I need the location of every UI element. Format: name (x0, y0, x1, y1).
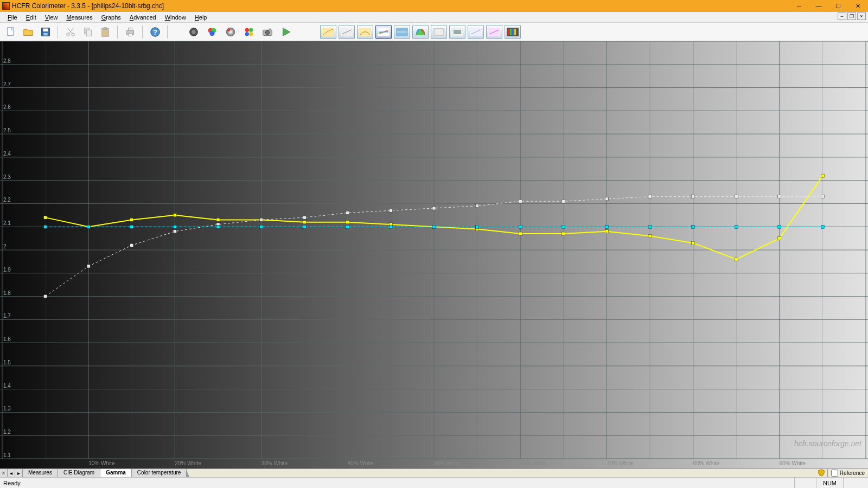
play-icon[interactable] (278, 24, 294, 40)
svg-text:2.8: 2.8 (3, 58, 11, 64)
status-cell-num: NUM (816, 478, 843, 488)
svg-rect-165 (605, 225, 608, 228)
svg-rect-150 (778, 195, 781, 198)
svg-rect-149 (735, 195, 738, 198)
tab-color-temperature[interactable]: Color temperature (132, 469, 187, 477)
window-controls: ↔ — ☐ ✕ (794, 3, 866, 10)
svg-text:1.2: 1.2 (3, 429, 11, 435)
mdi-restore-button[interactable]: ❐ (847, 12, 856, 20)
graph-luminance-button[interactable] (320, 25, 336, 39)
svg-text:1.3: 1.3 (3, 406, 11, 412)
svg-point-20 (226, 27, 235, 36)
save-icon[interactable] (38, 24, 53, 40)
svg-text:?: ? (153, 28, 157, 36)
menu-help[interactable]: Help (190, 13, 212, 22)
sensor-icon[interactable] (186, 24, 202, 40)
document-tabs: × ◂ ▸ MeasuresCIE DiagramGammaColor temp… (0, 468, 868, 477)
copy-icon[interactable] (80, 24, 95, 40)
svg-rect-144 (519, 200, 522, 203)
svg-rect-138 (260, 218, 263, 221)
svg-rect-133 (44, 295, 47, 298)
graph-gamma-button[interactable] (357, 25, 373, 39)
tab-cie-diagram[interactable]: CIE Diagram (58, 469, 100, 477)
app-icon (2, 2, 10, 10)
close-button[interactable]: ✕ (853, 3, 863, 10)
svg-rect-152 (44, 225, 47, 228)
graph-cie-button[interactable] (412, 25, 429, 39)
svg-rect-43 (512, 29, 514, 35)
svg-rect-126 (562, 232, 565, 235)
svg-point-19 (209, 31, 214, 36)
multi-sphere-icon[interactable] (241, 24, 257, 40)
maximize-button[interactable]: ☐ (833, 3, 843, 10)
svg-rect-170 (821, 225, 824, 228)
svg-text:1.9: 1.9 (3, 267, 11, 273)
svg-rect-128 (648, 234, 652, 237)
open-icon[interactable] (21, 24, 36, 40)
minimize-button[interactable]: — (814, 3, 824, 10)
graph-contrast-button[interactable] (431, 25, 447, 39)
graph-gamut-button[interactable] (505, 25, 521, 39)
paste-icon[interactable] (98, 24, 113, 40)
svg-rect-42 (510, 29, 512, 35)
svg-point-24 (245, 32, 249, 36)
rgb-spheres-icon[interactable] (204, 24, 220, 40)
svg-rect-29 (322, 28, 334, 36)
menu-view[interactable]: View (41, 13, 62, 22)
chart-area: 1.11.21.31.41.51.61.71.81.922.12.22.32.4… (0, 41, 868, 468)
graph-rgb-button[interactable] (375, 25, 392, 39)
svg-rect-157 (260, 225, 263, 228)
mdi-minimize-button[interactable]: – (838, 12, 846, 20)
svg-text:1.4: 1.4 (3, 383, 11, 389)
collapse-button[interactable]: ↔ (794, 3, 804, 10)
svg-rect-118 (216, 218, 220, 221)
new-icon[interactable] (3, 24, 18, 40)
graph-colortemp-button[interactable] (394, 25, 410, 39)
menu-file[interactable]: File (3, 13, 22, 22)
tab-prev-button[interactable]: ◂ (8, 469, 15, 477)
menu-window[interactable]: Window (161, 13, 190, 22)
tab-gamma[interactable]: Gamma (100, 469, 132, 477)
svg-point-22 (245, 28, 249, 31)
svg-rect-28 (269, 28, 271, 30)
menu-advanced[interactable]: Advanced (125, 13, 161, 22)
svg-text:90% White: 90% White (780, 460, 806, 466)
svg-text:10% White: 10% White (88, 460, 115, 466)
svg-rect-125 (519, 232, 522, 235)
graph-neargray-button[interactable] (339, 25, 355, 39)
menu-graphs[interactable]: Graphs (97, 13, 125, 22)
mdi-controls: – ❐ × (838, 12, 866, 20)
tab-measures[interactable]: Measures (23, 469, 58, 477)
status-bar: Ready NUM (0, 477, 868, 488)
camera-icon[interactable] (259, 24, 276, 40)
graph-satshift-button[interactable] (486, 25, 502, 39)
svg-rect-158 (303, 225, 306, 228)
svg-rect-37 (454, 30, 461, 34)
mdi-close-button[interactable]: × (857, 12, 866, 20)
svg-rect-134 (87, 265, 90, 268)
reference-checkbox-input[interactable] (831, 470, 838, 477)
cut-icon[interactable] (63, 24, 78, 40)
svg-rect-140 (346, 211, 349, 215)
svg-text:60% White: 60% White (520, 460, 547, 466)
svg-rect-142 (432, 207, 436, 210)
gray-sphere-icon[interactable] (222, 24, 239, 40)
tab-close-button[interactable]: × (0, 469, 8, 477)
svg-rect-156 (216, 225, 220, 228)
svg-point-16 (192, 30, 195, 34)
tab-next-button[interactable]: ▸ (15, 469, 23, 477)
svg-rect-161 (432, 225, 436, 228)
svg-text:40% White: 40% White (348, 460, 374, 466)
print-icon[interactable] (123, 24, 138, 40)
menu-measures[interactable]: Measures (62, 13, 97, 22)
graph-nearblack-button[interactable] (449, 25, 465, 39)
svg-rect-139 (303, 216, 306, 219)
svg-text:30% White: 30% White (261, 460, 288, 466)
help-icon[interactable]: ? (148, 24, 163, 40)
menu-bar: FileEditViewMeasuresGraphsAdvancedWindow… (0, 12, 868, 23)
graph-nearwhite-button[interactable] (468, 25, 484, 39)
menu-edit[interactable]: Edit (22, 13, 41, 22)
svg-rect-121 (346, 221, 349, 224)
svg-rect-12 (128, 33, 132, 36)
reference-checkbox[interactable]: Reference (827, 469, 868, 477)
